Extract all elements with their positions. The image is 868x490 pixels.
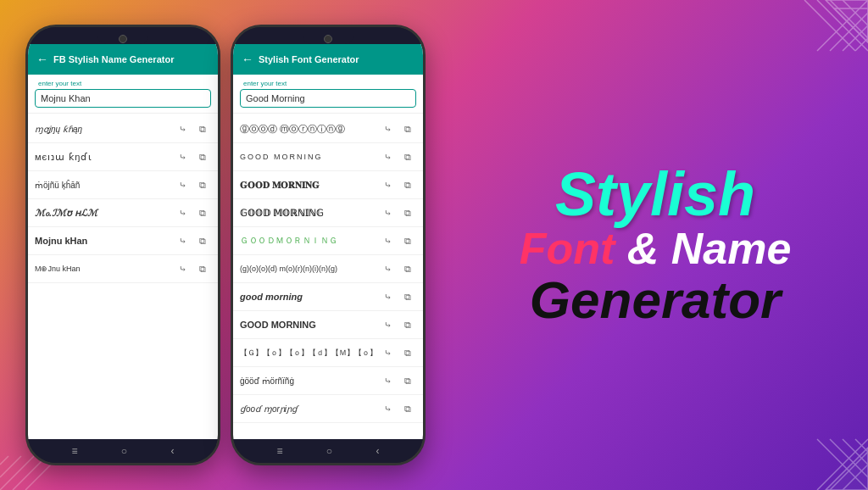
phone-bottom-bar-1: ≡ ○ ‹ [28, 439, 218, 463]
phone-top-2 [233, 27, 423, 44]
share-icon[interactable]: ⤷ [174, 204, 191, 221]
copy-icon[interactable]: ⧉ [399, 316, 416, 333]
svg-line-20 [25, 465, 51, 490]
phone-2: ← Stylish Font Generator enter your text… [231, 25, 426, 465]
share-icon[interactable]: ⤷ [174, 260, 191, 277]
back-nav-button-1[interactable]: ‹ [171, 445, 175, 457]
list-item: ＧＯＯＤＭＯＲＮＩＮＧ ⤷ ⧉ [233, 227, 423, 255]
copy-icon[interactable]: ⧉ [399, 232, 416, 249]
list-item: (g)(o)(o)(d) m(o)(r)(n)(i)(n)(g) ⤷ ⧉ [233, 255, 423, 283]
share-icon[interactable]: ⤷ [174, 176, 191, 193]
phone-header-1: ← FB Stylish Name Generator [28, 44, 218, 75]
list-item: ℳℴ.ℐℳʊ ʜℒℳ ⤷ ⧉ [28, 199, 218, 227]
copy-icon[interactable]: ⧉ [399, 260, 416, 277]
result-actions: ⤷ ⧉ [379, 400, 416, 417]
result-text: GOOD MORNING [240, 153, 379, 161]
share-icon[interactable]: ⤷ [379, 232, 396, 249]
phone-notch-2 [303, 32, 353, 44]
result-text: ɠooɗ ɱorɲiɲɠ [240, 404, 379, 414]
result-actions: ⤷ ⧉ [174, 204, 211, 221]
copy-icon[interactable]: ⧉ [194, 176, 211, 193]
result-text: 【Ｇ】【ｏ】【ｏ】【ｄ】【Ｍ】【ｏ】 [240, 348, 379, 359]
share-icon[interactable]: ⤷ [379, 316, 396, 333]
result-actions: ⤷ ⧉ [174, 232, 211, 249]
list-item: ġööď ṁörñïñġ ⤷ ⧉ [233, 367, 423, 395]
result-actions: ⤷ ⧉ [379, 232, 416, 249]
copy-icon[interactable]: ⧉ [399, 288, 416, 305]
header-title-2: Stylish Font Generator [259, 54, 359, 64]
promo-section: Stylish Font & Name Generator [442, 147, 868, 342]
result-text: M⊕Jnu kHan [35, 264, 174, 273]
share-icon[interactable]: ⤷ [174, 120, 191, 137]
share-icon[interactable]: ⤷ [379, 148, 396, 165]
list-item: GOOD MORNING ⤷ ⧉ [233, 311, 423, 339]
result-text: 𝔾𝕆𝕆𝔻 𝕄𝕆ℝℕ𝕀ℕ𝔾 [240, 208, 379, 219]
list-item: ɱơʝŋų ƙɦąŋ ⤷ ⧉ [28, 115, 218, 143]
promo-line3: Generator [530, 274, 781, 326]
share-icon[interactable]: ⤷ [379, 288, 396, 305]
copy-icon[interactable]: ⧉ [194, 260, 211, 277]
share-icon[interactable]: ⤷ [174, 148, 191, 165]
share-icon[interactable]: ⤷ [174, 232, 191, 249]
result-text: ⓖⓞⓞⓓ ⓜⓞⓡⓝⓘⓝⓖ [240, 123, 379, 136]
share-icon[interactable]: ⤷ [379, 176, 396, 193]
svg-line-22 [0, 456, 8, 465]
menu-button-2[interactable]: ≡ [276, 445, 282, 457]
share-icon[interactable]: ⤷ [379, 120, 396, 137]
phone-camera-2 [324, 35, 332, 43]
back-button-1[interactable]: ← [36, 53, 48, 66]
results-list-2: ⓖⓞⓞⓓ ⓜⓞⓡⓝⓘⓝⓖ ⤷ ⧉ GOOD MORNING ⤷ ⧉ 𝐆𝐎𝐎𝐃 𝐌… [233, 114, 423, 439]
share-icon[interactable]: ⤷ [379, 204, 396, 221]
result-actions: ⤷ ⧉ [174, 176, 211, 193]
copy-icon[interactable]: ⧉ [399, 400, 416, 417]
share-icon[interactable]: ⤷ [379, 344, 396, 361]
result-text: ṁöjñü ķĥāñ [35, 181, 174, 190]
copy-icon[interactable]: ⧉ [194, 232, 211, 249]
copy-icon[interactable]: ⧉ [399, 344, 416, 361]
list-item: GOOD MORNING ⤷ ⧉ [233, 143, 423, 171]
result-actions: ⤷ ⧉ [379, 260, 416, 277]
share-icon[interactable]: ⤷ [379, 400, 396, 417]
result-actions: ⤷ ⧉ [379, 204, 416, 221]
result-actions: ⤷ ⧉ [174, 148, 211, 165]
promo-line1: Stylish [555, 164, 755, 225]
copy-icon[interactable]: ⧉ [194, 204, 211, 221]
copy-icon[interactable]: ⧉ [399, 372, 416, 389]
copy-icon[interactable]: ⧉ [399, 148, 416, 165]
copy-icon[interactable]: ⧉ [194, 120, 211, 137]
result-text: мєנוɯ ƙŋɗɩ [35, 152, 174, 163]
copy-icon[interactable]: ⧉ [399, 176, 416, 193]
result-text: ℳℴ.ℐℳʊ ʜℒℳ [35, 208, 174, 219]
back-button-2[interactable]: ← [242, 53, 253, 66]
list-item: ɠooɗ ɱorɲiɲɠ ⤷ ⧉ [233, 395, 423, 423]
result-text: ＧＯＯＤＭＯＲＮＩＮＧ [240, 235, 379, 247]
back-nav-button-2[interactable]: ‹ [376, 445, 380, 457]
result-actions: ⤷ ⧉ [174, 120, 211, 137]
share-icon[interactable]: ⤷ [379, 372, 396, 389]
result-actions: ⤷ ⧉ [379, 372, 416, 389]
home-button-2[interactable]: ○ [326, 445, 332, 457]
copy-icon[interactable]: ⧉ [399, 120, 416, 137]
result-text: Mojnu kHan [35, 236, 174, 246]
list-item: M⊕Jnu kHan ⤷ ⧉ [28, 255, 218, 283]
copy-icon[interactable]: ⧉ [399, 204, 416, 221]
list-item: good morning ⤷ ⧉ [233, 283, 423, 311]
phones-container: ← FB Stylish Name Generator enter your t… [0, 8, 442, 482]
home-button-1[interactable]: ○ [121, 445, 127, 457]
menu-button-1[interactable]: ≡ [71, 445, 77, 457]
share-icon[interactable]: ⤷ [379, 260, 396, 277]
result-text: (g)(o)(o)(d) m(o)(r)(n)(i)(n)(g) [240, 264, 379, 273]
result-actions: ⤷ ⧉ [379, 316, 416, 333]
result-text: 𝐆𝐎𝐎𝐃 𝐌𝐎𝐑𝐍𝐈𝐍𝐆 [240, 180, 379, 191]
list-item: 𝔾𝕆𝕆𝔻 𝕄𝕆ℝℕ𝕀ℕ𝔾 ⤷ ⧉ [233, 199, 423, 227]
list-item: 𝐆𝐎𝐎𝐃 𝐌𝐎𝐑𝐍𝐈𝐍𝐆 ⤷ ⧉ [233, 171, 423, 199]
list-item: 【Ｇ】【ｏ】【ｏ】【ｄ】【Ｍ】【ｏ】 ⤷ ⧉ [233, 339, 423, 367]
phone-camera-1 [119, 35, 127, 43]
copy-icon[interactable]: ⧉ [194, 148, 211, 165]
text-input-1[interactable] [35, 89, 211, 108]
result-actions: ⤷ ⧉ [379, 120, 416, 137]
result-actions: ⤷ ⧉ [379, 148, 416, 165]
results-list-1: ɱơʝŋų ƙɦąŋ ⤷ ⧉ мєנוɯ ƙŋɗɩ ⤷ ⧉ ṁöjñü ķĥāñ [28, 114, 218, 439]
text-input-2[interactable] [240, 89, 416, 108]
input-section-1: enter your text [28, 75, 218, 114]
